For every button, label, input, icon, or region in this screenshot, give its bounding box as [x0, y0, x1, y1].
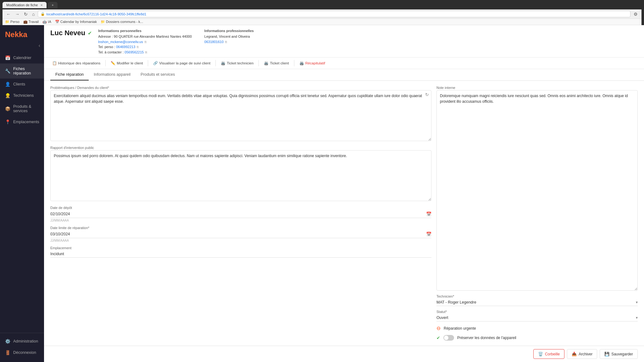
rapport-wrapper — [50, 150, 431, 202]
url-text: localhost/card/edit-fiche/6c672116-1d24-… — [46, 12, 146, 16]
pro-id-row: 0631801610 ⎘ — [204, 39, 254, 45]
problematiques-label: Problématiques / Demandes du client* — [50, 86, 431, 90]
bookmark-ia[interactable]: 🤖 IA — [42, 20, 51, 24]
sidebar-label-produits: Produits & services — [13, 104, 39, 113]
worker-icon: 👷 — [5, 93, 10, 98]
copy-tel-contact-icon[interactable]: ⎘ — [145, 51, 147, 54]
sidebar-item-clients[interactable]: 👤 Clients — [0, 79, 44, 90]
ticket-technicien-btn[interactable]: 🖨️ Ticket technicien — [218, 59, 257, 67]
statut-select[interactable]: Ouvert — [436, 315, 636, 320]
sidebar-nav: 📅 Calendrier 🔧 Fiches réparation 👤 Clien… — [0, 51, 44, 333]
tel-perso-label: Tel. perso : — [98, 45, 115, 49]
visualiser-label: Visualiser la page de suivi client — [159, 61, 210, 65]
chevron-down-icon-statut: ▾ — [636, 315, 638, 320]
sidebar-label-admin: Administration — [13, 339, 38, 343]
urgent-icon: ⊖ — [436, 325, 441, 331]
sidebar-item-emplacements[interactable]: 📍 Emplacements — [0, 116, 44, 128]
date-depot-group: Date de dépôt 📅 JJ/MM/AAAA — [50, 206, 431, 222]
bookmark-calendar[interactable]: 📅 Calendar by Infomaniak — [55, 20, 97, 24]
sidebar-item-produits[interactable]: 📦 Produits & services — [0, 101, 44, 116]
date-limite-group: Date limite de réparation* 📅 JJ/MM/AAAA — [50, 226, 431, 242]
tel-contact[interactable]: 0569562215 — [125, 50, 144, 54]
active-tab[interactable]: Modification de fiche ✕ — [3, 2, 47, 8]
ticket-client-btn[interactable]: 🖨️ Ticket client — [261, 59, 292, 67]
technicien-select-wrapper: MAT - Roger Legendre ▾ — [436, 299, 638, 306]
bookmark-perso[interactable]: 📁 Perso — [5, 20, 19, 24]
address-bar[interactable]: 🔒 localhost/card/edit-fiche/6c672116-1d2… — [38, 11, 630, 17]
calendar-icon-limite[interactable]: 📅 — [426, 232, 431, 237]
personal-tel-contact-row: Tel. à contacter : 0569562215 ⎘ — [98, 50, 192, 55]
note-interne-textarea[interactable] — [436, 90, 638, 291]
preserver-donnees-toggle[interactable] — [443, 335, 454, 341]
back-btn[interactable]: ← — [5, 11, 12, 17]
sauvegarder-btn[interactable]: 💾 Sauvegarder — [600, 349, 638, 359]
refresh-icon[interactable]: ↻ — [425, 92, 429, 97]
save-icon: 💾 — [604, 352, 609, 356]
bookmark-dossiers[interactable]: 📁 Dossiers communs - k... — [101, 20, 143, 24]
sidebar-item-techniciens[interactable]: 👷 Techniciens — [0, 90, 44, 101]
tab-fiche-reparation[interactable]: Fiche réparation — [50, 69, 89, 80]
client-header: Luc Neveu ✔ Informations personnelles Ad… — [44, 25, 644, 58]
statut-select-wrapper: Ouvert ▾ — [436, 314, 638, 321]
archiver-btn[interactable]: 📥 Archiver — [567, 349, 597, 359]
new-tab-btn[interactable]: + — [48, 2, 57, 8]
wrench-icon: 🔧 — [5, 69, 10, 74]
emplacement-label: Emplacement — [50, 246, 431, 250]
technicien-select[interactable]: MAT - Roger Legendre — [436, 300, 636, 304]
personal-email[interactable]: lnshon_mckene@conneliv.us — [98, 40, 143, 44]
modifier-client-btn[interactable]: ✏️ Modifier le client — [108, 59, 146, 67]
info-columns: Informations personnelles Adresse : 90 Q… — [98, 29, 638, 55]
date-depot-hint: JJ/MM/AAAA — [50, 219, 431, 222]
sidebar-item-fiches[interactable]: 🔧 Fiches réparation — [0, 63, 44, 79]
preserver-donnees-label: Préserver les données de l'appareil — [457, 336, 516, 340]
sidebar-item-admin[interactable]: ⚙️ Administration — [0, 336, 44, 347]
recapitulatif-label: Récapitulatif — [305, 61, 325, 65]
date-limite-label: Date limite de réparation* — [50, 226, 431, 230]
calendar-icon-depot[interactable]: 📅 — [426, 211, 431, 217]
emplacement-input[interactable] — [50, 252, 431, 256]
archive-icon: 📥 — [572, 352, 577, 356]
date-depot-label: Date de dépôt — [50, 206, 431, 210]
tel-perso[interactable]: 0646992213 — [116, 45, 135, 49]
verified-icon: ✔ — [88, 30, 92, 36]
sidebar-label-techniciens: Techniciens — [13, 93, 34, 98]
modifier-client-label: Modifier le client — [117, 61, 143, 65]
problematiques-group: Problématiques / Demandes du client* ↻ — [50, 86, 431, 142]
corbeille-label: Corbeille — [545, 352, 560, 356]
pro-id[interactable]: 0631801610 — [204, 40, 224, 44]
historique-btn[interactable]: 📋 Historique des réparations — [49, 59, 103, 67]
logo: Nekka — [0, 25, 44, 43]
technicien-label: Technicien* — [436, 294, 638, 298]
forward-btn[interactable]: → — [14, 11, 21, 17]
problematiques-textarea[interactable] — [50, 90, 431, 141]
pro-info-col: Informations professionnelles Legrand, V… — [204, 29, 254, 55]
copy-pro-id-icon[interactable]: ⎘ — [225, 40, 227, 44]
rapport-group: Rapport d'intervention public — [50, 146, 431, 202]
rapport-textarea[interactable] — [50, 150, 431, 201]
sidebar-collapse-btn[interactable]: ‹ — [0, 43, 44, 51]
divider-2 — [148, 60, 148, 66]
date-limite-input[interactable] — [50, 232, 426, 236]
refresh-btn[interactable]: ↻ — [23, 11, 29, 17]
emplacement-group: Emplacement — [50, 246, 431, 258]
recapitulatif-btn[interactable]: 🖨️ Récapitulatif — [296, 59, 328, 67]
visualiser-btn[interactable]: 🔗 Visualiser la page de suivi client — [150, 59, 214, 67]
link-icon: 🔗 — [153, 61, 158, 65]
corbeille-btn[interactable]: 🗑️ Corbeille — [533, 349, 564, 359]
copy-tel-icon[interactable]: ⎘ — [137, 45, 139, 49]
user-icon: 👤 — [5, 82, 10, 87]
tab-informations-appareil[interactable]: Informations appareil — [89, 69, 136, 80]
sidebar-item-deconnexion[interactable]: 🚪 Déconnexion — [0, 347, 44, 358]
technicien-group: Technicien* MAT - Roger Legendre ▾ — [436, 294, 638, 306]
date-depot-input[interactable] — [50, 212, 426, 216]
tab-produits-services[interactable]: Produits et services — [136, 69, 180, 80]
tab-close-icon[interactable]: ✕ — [40, 3, 43, 7]
sidebar-item-calendrier[interactable]: 📅 Calendrier — [0, 52, 44, 63]
personal-email-row: lnshon_mckene@conneliv.us ⎘ — [98, 39, 192, 45]
bookmark-travail[interactable]: 💼 Travail — [23, 20, 39, 24]
copy-email-icon[interactable]: ⎘ — [145, 40, 147, 44]
pro-company: Legrand, Vincent and Oliveira — [204, 34, 254, 39]
home-btn[interactable]: ⌂ — [31, 11, 36, 17]
extensions-btn[interactable]: ⚙ — [632, 11, 639, 17]
personal-info-col: Informations personnelles Adresse : 90 Q… — [98, 29, 192, 55]
